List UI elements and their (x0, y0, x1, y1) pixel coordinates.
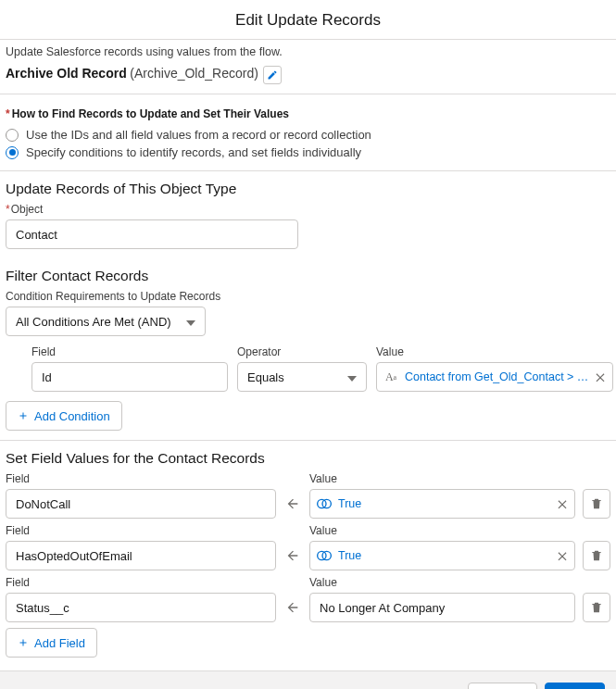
set-value-input[interactable]: True (309, 541, 575, 570)
set-field-row: Field DoNotCall Value True (0, 472, 616, 524)
radio-use-ids[interactable]: Use the IDs and all field values from a … (0, 126, 616, 144)
delete-field-button[interactable] (583, 541, 610, 570)
boolean-type-icon (316, 547, 333, 564)
condition-value-input[interactable]: Aa Contact from Get_Old_Contact > … (376, 362, 613, 392)
set-field-input[interactable]: DoNotCall (6, 489, 276, 519)
condition-req-select[interactable]: All Conditions Are Met (AND) (6, 307, 206, 336)
set-field-row: Field HasOptedOutOfEmail Value True (0, 524, 616, 576)
modal-footer: Cancel Done (0, 670, 616, 689)
boolean-type-icon (316, 495, 333, 512)
svg-point-0 (318, 499, 326, 507)
set-field-input[interactable]: Status__c (6, 593, 276, 622)
chevron-down-icon (186, 317, 195, 326)
set-field-label: Field (6, 472, 276, 489)
plus-icon (18, 410, 29, 421)
trash-icon (590, 549, 603, 562)
set-field-label: Field (6, 576, 276, 593)
col-operator-label: Operator (237, 345, 367, 362)
trash-icon (590, 497, 603, 510)
cancel-button[interactable]: Cancel (468, 683, 536, 689)
text-type-icon: Aa (383, 369, 399, 385)
arrow-left-icon (283, 489, 302, 519)
add-field-button[interactable]: Add Field (6, 628, 97, 658)
radio-icon (6, 129, 19, 142)
modal-description: Update Salesforce records using values f… (0, 40, 616, 64)
set-value-input[interactable]: No Longer At Company (309, 593, 575, 622)
filter-section-title: Filter Contact Records (0, 258, 616, 290)
record-label: Archive Old Record (6, 66, 127, 81)
radio-icon (6, 146, 19, 159)
trash-icon (590, 601, 603, 614)
object-input[interactable]: Contact (6, 219, 298, 249)
col-field-label: Field (31, 345, 228, 362)
svg-point-2 (318, 551, 326, 559)
object-label: Object (6, 203, 610, 219)
modal-title: Edit Update Records (0, 0, 616, 39)
col-value-label: Value (376, 345, 613, 362)
condition-req-label: Condition Requirements to Update Records (6, 290, 610, 307)
edit-update-records-modal: Edit Update Records Update Salesforce re… (0, 0, 616, 689)
condition-field-input[interactable]: Id (31, 362, 228, 392)
set-value-label: Value (309, 524, 575, 541)
radio-label: Specify conditions to identify records, … (26, 145, 361, 159)
set-field-input[interactable]: HasOptedOutOfEmail (6, 541, 276, 570)
clear-icon[interactable] (594, 370, 607, 383)
delete-field-button[interactable] (583, 593, 610, 622)
edit-name-button[interactable] (263, 66, 282, 84)
pencil-icon (267, 69, 278, 81)
clear-icon[interactable] (556, 549, 569, 562)
condition-operator-select[interactable]: Equals (237, 362, 367, 392)
set-section-title: Set Field Values for the Contact Records (0, 441, 616, 472)
set-value-input[interactable]: True (309, 489, 575, 519)
radio-specify-conditions[interactable]: Specify conditions to identify records, … (0, 144, 616, 161)
how-to-find-title: How to Find Records to Update and Set Th… (0, 94, 616, 126)
object-section-title: Update Records of This Object Type (0, 171, 616, 203)
done-button[interactable]: Done (545, 683, 605, 689)
record-api-name: (Archive_Old_Record) (130, 66, 258, 81)
set-value-label: Value (309, 576, 575, 593)
set-field-row: Field Status__c Value No Longer At Compa… (0, 576, 616, 628)
delete-field-button[interactable] (583, 489, 610, 519)
arrow-left-icon (283, 593, 302, 622)
set-field-label: Field (6, 524, 276, 541)
condition-row: Field Id Operator Equals Value Aa Contac… (0, 345, 616, 392)
add-condition-button[interactable]: Add Condition (6, 401, 122, 431)
radio-label: Use the IDs and all field values from a … (26, 128, 371, 142)
arrow-left-icon (283, 541, 302, 570)
record-name-row: Archive Old Record (Archive_Old_Record) (0, 64, 616, 94)
chevron-down-icon (347, 372, 357, 382)
clear-icon[interactable] (556, 497, 569, 510)
plus-icon (18, 637, 29, 648)
set-value-label: Value (309, 472, 575, 489)
svg-point-3 (322, 551, 331, 559)
svg-point-1 (322, 499, 331, 507)
